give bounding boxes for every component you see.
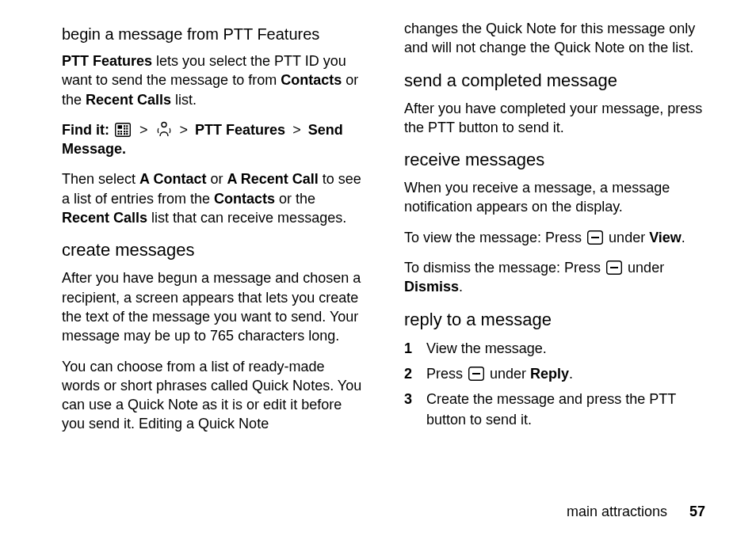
step-text: Create the message and press the PTT but… — [426, 389, 708, 430]
softkey-icon — [468, 367, 484, 381]
text: under — [624, 260, 664, 276]
step-text: View the message. — [426, 338, 547, 359]
svg-rect-9 — [126, 131, 128, 132]
list-item: 3 Create the message and press the PTT b… — [404, 389, 708, 430]
paragraph-send: After you have completed your message, p… — [404, 99, 708, 138]
text-reply: Reply — [530, 366, 569, 382]
heading-begin-message: begin a message from PTT Features — [62, 25, 366, 44]
svg-rect-2 — [124, 125, 125, 127]
paragraph-create-1: After you have begun a message and chose… — [62, 268, 366, 345]
text: . — [682, 230, 685, 245]
breadcrumb-gt: > — [139, 122, 148, 138]
paragraph-receive: When you receive a message, a message no… — [404, 178, 708, 217]
softkey-icon — [587, 230, 603, 245]
paragraph-dismiss-message: To dismiss the message: Press under Dism… — [404, 258, 708, 297]
text-contacts: Contacts — [281, 72, 342, 88]
svg-rect-11 — [120, 133, 122, 135]
svg-rect-3 — [126, 125, 128, 127]
svg-rect-7 — [120, 131, 122, 132]
softkey-icon — [606, 260, 622, 275]
paragraph-ptt-features: PTT Features lets you select the PTT ID … — [62, 51, 366, 109]
paragraph-create-2: You can choose from a list of ready-made… — [62, 357, 366, 434]
ptt-figure-icon — [157, 121, 171, 137]
text: To dismiss the message: Press — [404, 260, 605, 276]
svg-rect-13 — [126, 133, 128, 135]
text: under — [486, 366, 530, 382]
svg-rect-12 — [124, 133, 125, 135]
text-recent-calls: Recent Calls — [86, 92, 171, 108]
text-dismiss: Dismiss — [404, 279, 459, 295]
text: Then select — [62, 171, 139, 187]
find-it-label: Find it: — [62, 122, 109, 138]
text: To view the message: Press — [404, 230, 586, 245]
text: or — [206, 171, 227, 187]
footer-section: main attractions — [567, 504, 667, 520]
svg-point-14 — [162, 122, 166, 127]
list-item: 2 Press under Reply. — [404, 363, 708, 384]
step-number: 2 — [404, 363, 426, 384]
text: or the — [275, 191, 315, 207]
page: begin a message from PTT Features PTT Fe… — [0, 0, 756, 536]
find-it-line: Find it: > > PTT Features > Send Message… — [62, 120, 366, 159]
list-item: 1 View the message. — [404, 338, 708, 359]
svg-rect-8 — [124, 131, 125, 132]
right-column: changes the Quick Note for this message … — [404, 19, 708, 497]
paragraph-then-select: Then select A Contact or A Recent Call t… — [62, 169, 366, 227]
paragraph-view-message: To view the message: Press under View. — [404, 228, 708, 247]
footer: main attractions 57 — [62, 504, 708, 520]
text-contacts: Contacts — [214, 191, 275, 207]
text: list. — [171, 92, 197, 108]
reply-steps: 1 View the message. 2 Press under Reply.… — [404, 338, 708, 430]
text: under — [605, 230, 649, 245]
left-column: begin a message from PTT Features PTT Fe… — [62, 19, 366, 497]
heading-reply-message: reply to a message — [404, 310, 708, 330]
svg-rect-5 — [126, 127, 128, 129]
text-view: View — [649, 230, 682, 245]
step-number: 3 — [404, 389, 426, 409]
text-recent-calls: Recent Calls — [62, 210, 147, 226]
svg-rect-10 — [118, 133, 120, 135]
heading-create-messages: create messages — [62, 240, 366, 260]
text-a-contact: A Contact — [139, 171, 206, 187]
svg-rect-6 — [118, 131, 120, 132]
text: list that can receive messages. — [147, 210, 346, 226]
svg-rect-0 — [116, 124, 131, 137]
svg-rect-4 — [124, 127, 125, 129]
page-number: 57 — [689, 504, 705, 520]
text: Press — [426, 366, 467, 382]
breadcrumb-gt: > — [180, 122, 189, 138]
heading-receive-messages: receive messages — [404, 150, 708, 170]
columns: begin a message from PTT Features PTT Fe… — [62, 19, 708, 497]
text-ptt-features: PTT Features — [195, 122, 285, 138]
step-number: 1 — [404, 338, 426, 359]
step-text: Press under Reply. — [426, 363, 573, 384]
text: . — [459, 279, 463, 295]
text-a-recent-call: A Recent Call — [227, 171, 318, 187]
text: . — [569, 366, 573, 382]
svg-rect-1 — [118, 125, 123, 129]
breadcrumb-gt: > — [292, 122, 301, 138]
text-ptt-features: PTT Features — [62, 53, 152, 69]
menu-key-icon — [115, 123, 131, 137]
heading-send-completed: send a completed message — [404, 70, 708, 91]
paragraph-quicknote-continued: changes the Quick Note for this message … — [404, 19, 708, 58]
